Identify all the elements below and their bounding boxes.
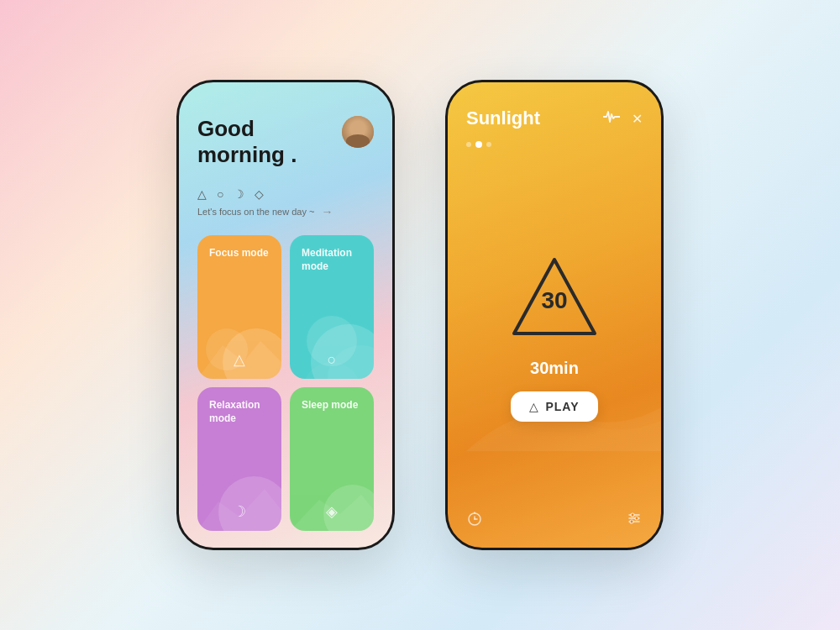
- timer-number: 30: [541, 287, 567, 314]
- relaxation-mode-card[interactable]: Relaxationmode ☽: [197, 387, 281, 531]
- dot-3: [486, 142, 491, 147]
- right-header-icons: ✕: [603, 110, 643, 127]
- left-header: Goodmorning .: [197, 116, 374, 168]
- sleep-mode-card[interactable]: Sleep mode ◈: [290, 387, 374, 531]
- arrow-icon: →: [321, 205, 333, 218]
- meditation-mode-icon: ○: [328, 351, 337, 369]
- bottom-nav: [466, 501, 643, 531]
- circle-icon: ○: [217, 188, 223, 200]
- close-icon[interactable]: ✕: [632, 111, 643, 127]
- phone-right: Sunlight ✕: [445, 80, 664, 550]
- phone-left: Goodmorning . △ ○ ☽ ◇ Let's focus on the…: [176, 80, 395, 550]
- sleep-mode-label: Sleep mode: [302, 399, 362, 412]
- svg-point-9: [631, 513, 634, 517]
- meditation-mode-card[interactable]: Meditation mode ○: [290, 235, 374, 379]
- diamond-icon: ◇: [255, 188, 264, 200]
- moon-icon: ☽: [234, 188, 244, 200]
- timer-triangle: 30: [504, 253, 605, 345]
- right-header: Sunlight ✕: [466, 108, 643, 129]
- relaxation-mode-label: Relaxationmode: [209, 399, 270, 425]
- sunlight-title: Sunlight: [466, 108, 540, 129]
- sleep-mode-icon: ◈: [326, 502, 338, 521]
- triangle-icon: △: [197, 188, 207, 200]
- focus-mode-label: Focus mode: [209, 247, 270, 260]
- avatar[interactable]: [342, 116, 374, 148]
- dot-1: [466, 142, 471, 147]
- focus-mode-card[interactable]: Focus mode △: [197, 235, 281, 379]
- meditation-mode-label: Meditation mode: [302, 247, 362, 273]
- subtitle-text: Let's focus on the new day ~: [197, 207, 314, 217]
- modes-grid: Focus mode △ Meditation mode ○: [197, 235, 374, 531]
- greeting-text: Goodmorning .: [197, 116, 297, 168]
- relaxation-mode-icon: ☽: [233, 502, 246, 521]
- svg-point-10: [635, 517, 638, 520]
- subtitle-row: Let's focus on the new day ~ →: [197, 205, 374, 218]
- activity-icon[interactable]: [603, 110, 620, 127]
- svg-point-11: [630, 520, 633, 523]
- dots-indicator: [466, 141, 643, 148]
- icons-row: △ ○ ☽ ◇: [197, 188, 374, 200]
- timer-icon[interactable]: [466, 510, 483, 531]
- settings-icon[interactable]: [626, 510, 643, 531]
- focus-mode-icon: △: [234, 350, 245, 369]
- dot-2: [475, 141, 482, 148]
- timer-area: 30 30min △ PLAY: [466, 173, 643, 501]
